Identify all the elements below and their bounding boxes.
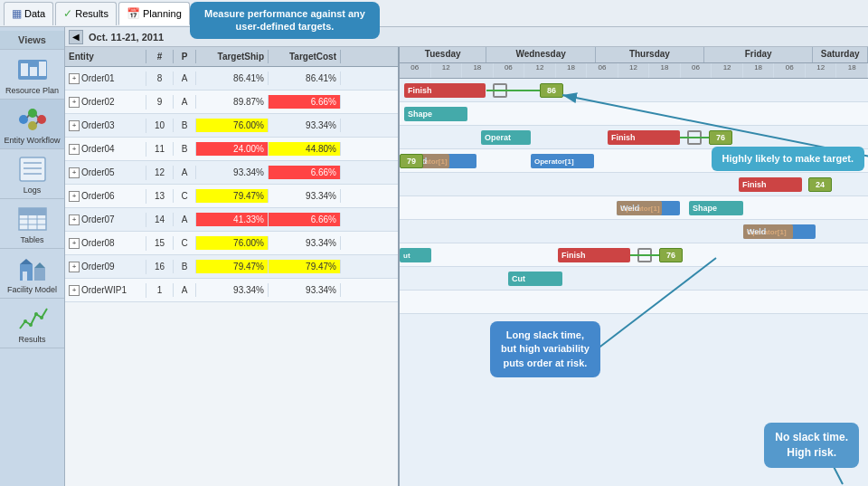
highly-likely-callout: Highly likely to make target.: [712, 147, 865, 171]
td-p: C: [174, 189, 196, 203]
sidebar-item-facility-model[interactable]: Facility Model: [0, 249, 64, 299]
gantt-day-thu: Thursday: [596, 47, 704, 62]
sidebar-item-tables[interactable]: Tables: [0, 199, 64, 249]
td-cost: 44.80%: [269, 142, 341, 156]
table-row[interactable]: + Order09 16 B 79.47% 79.47%: [65, 255, 398, 279]
expand-btn[interactable]: +: [69, 97, 80, 108]
gantt-value-marker: 79: [400, 154, 423, 168]
table-row[interactable]: + Order03 10 B 76.00% 93.34%: [65, 114, 398, 138]
td-p: A: [174, 95, 196, 109]
gantt-day-tue: Tuesday: [400, 47, 486, 62]
expand-btn[interactable]: +: [69, 144, 80, 155]
td-ship: 41.33%: [196, 213, 269, 226]
sidebar-item-resource-plan[interactable]: Resource Plan: [0, 50, 64, 100]
td-ship: 76.00%: [196, 236, 269, 250]
gantt-day-wed: Wednesday: [486, 47, 595, 62]
app-container: Measure performance against any user-def…: [0, 0, 868, 486]
gantt-hour: 06: [681, 63, 712, 78]
gantt-hour: 06: [774, 63, 806, 78]
expand-btn[interactable]: +: [69, 191, 80, 202]
expand-btn[interactable]: +: [69, 262, 80, 272]
sidebar-item-logs[interactable]: Logs: [0, 149, 64, 199]
logs-label: Logs: [24, 186, 42, 195]
logs-icon: [14, 153, 51, 186]
svg-rect-11: [20, 157, 45, 181]
table-body: + Order01 8 A 86.41% 86.41% +: [65, 67, 398, 486]
expand-btn[interactable]: +: [69, 214, 80, 225]
td-entity: + Order05: [65, 166, 146, 180]
td-entity: + Order09: [65, 260, 146, 274]
gantt-bar-cut: Cut: [508, 272, 562, 286]
td-entity: + Order02: [65, 95, 146, 110]
measure-performance-callout: Measure performance against any user-def…: [190, 2, 380, 39]
gantt-connector: [630, 254, 662, 256]
td-cost: 93.34%: [269, 283, 341, 297]
resource-plan-label: Resource Plan: [5, 86, 59, 95]
svg-rect-25: [23, 272, 27, 281]
svg-point-4: [19, 115, 28, 124]
td-num: 8: [146, 71, 174, 85]
table-row[interactable]: + Order01 8 A 86.41% 86.41%: [65, 67, 398, 91]
svg-point-28: [34, 312, 38, 316]
no-slack-callout: No slack time.High risk.: [764, 423, 859, 468]
gantt-bar-weld: Weld: [617, 201, 662, 215]
svg-rect-2: [30, 67, 37, 76]
nav-prev-arrow[interactable]: ◀: [69, 30, 83, 44]
svg-rect-23: [34, 268, 45, 281]
gantt-hour: 06: [587, 63, 618, 78]
td-ship: 24.00%: [196, 142, 269, 156]
tab-planning-label: Planning: [143, 8, 182, 19]
results-sidebar-icon: [14, 302, 51, 335]
results-sidebar-label: Results: [18, 335, 45, 344]
gantt-connector: [680, 137, 712, 138]
table-row[interactable]: + Order05 12 A 93.34% 6.66%: [65, 161, 398, 185]
tab-results[interactable]: ✓ Results: [55, 2, 117, 25]
svg-rect-3: [39, 62, 46, 76]
table-row[interactable]: + Order06 13 C 79.47% 93.34%: [65, 185, 398, 208]
td-cost: 93.34%: [269, 236, 341, 250]
td-cost: 79.47%: [269, 260, 341, 273]
table-row[interactable]: + Order08 15 C 76.00% 93.34%: [65, 232, 398, 255]
table-row[interactable]: + Order04 11 B 24.00% 44.80%: [65, 138, 398, 161]
gantt-bar-finish: Finish: [404, 83, 486, 98]
td-cost: 93.34%: [269, 189, 341, 203]
expand-btn[interactable]: +: [69, 73, 80, 84]
gantt-hour: 12: [524, 63, 556, 78]
td-num: 15: [146, 236, 174, 250]
gantt-hours: 06 12 18 06 12 18 06 12 18 06 12 18: [400, 63, 868, 78]
facility-model-label: Facility Model: [7, 285, 57, 294]
sidebar-item-entity-workflow[interactable]: Entity Workflow: [0, 100, 64, 149]
svg-line-8: [27, 115, 29, 118]
gantt-bar-operator1b: Operator[1]: [531, 154, 594, 168]
svg-point-6: [37, 115, 46, 124]
td-p: A: [174, 283, 196, 297]
th-targetship: TargetShip: [196, 50, 269, 63]
expand-btn[interactable]: +: [69, 285, 80, 296]
expand-btn[interactable]: +: [69, 238, 80, 249]
gantt-hour: 18: [743, 63, 775, 78]
tab-planning[interactable]: 📅 Planning: [118, 2, 190, 25]
td-ship: 93.34%: [196, 283, 269, 297]
gantt-row-orderwip1: [400, 291, 868, 314]
gantt-value-marker: 76: [709, 130, 732, 145]
tab-data[interactable]: ▦ Data: [4, 2, 53, 25]
sidebar-item-results[interactable]: Results: [0, 299, 64, 348]
main-layout: Views Resource Plan: [0, 27, 868, 486]
table-row[interactable]: + Order02 9 A 89.87% 6.66%: [65, 91, 398, 114]
expand-btn[interactable]: +: [69, 167, 80, 178]
gantt-value-marker: 76: [659, 248, 683, 262]
gantt-bar-weld: Weld: [743, 224, 793, 239]
table-row[interactable]: + Order07 14 A 41.33% 6.66%: [65, 208, 398, 232]
gantt-bar-finish: Finish: [608, 130, 680, 145]
gantt-day-fri: Friday: [704, 47, 813, 62]
planning-tab-icon: 📅: [127, 7, 140, 20]
td-cost: 86.41%: [269, 71, 341, 85]
gantt-hour: 18: [649, 63, 681, 78]
td-cost: 6.66%: [269, 166, 341, 179]
table-row[interactable]: + OrderWIP1 1 A 93.34% 93.34%: [65, 279, 398, 302]
td-num: 11: [146, 142, 174, 156]
expand-btn[interactable]: +: [69, 120, 80, 131]
td-entity: + Order03: [65, 119, 146, 133]
split-area: Entity # P TargetShip TargetCost + Order…: [65, 47, 868, 486]
gantt-hour: 18: [462, 63, 494, 78]
